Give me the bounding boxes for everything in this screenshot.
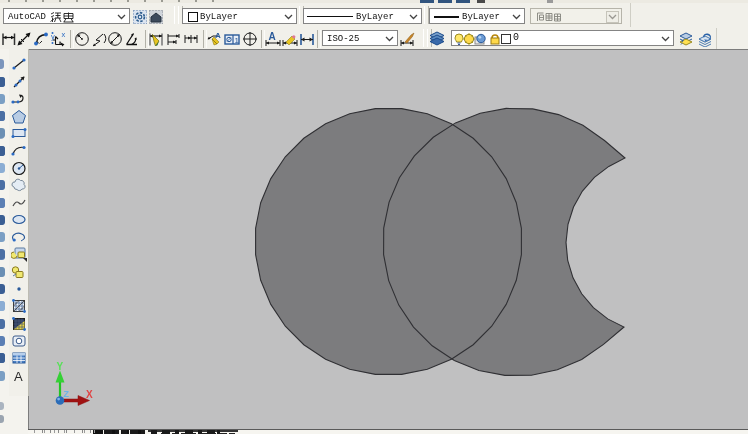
svg-text:1: 1 xyxy=(235,36,240,45)
svg-text:A: A xyxy=(269,31,276,42)
svg-text:X: X xyxy=(86,389,93,400)
svg-text:A: A xyxy=(14,369,23,384)
svg-text:x: x xyxy=(62,31,66,39)
svg-text:Z: Z xyxy=(64,389,70,399)
svg-text:Y: Y xyxy=(57,361,64,372)
